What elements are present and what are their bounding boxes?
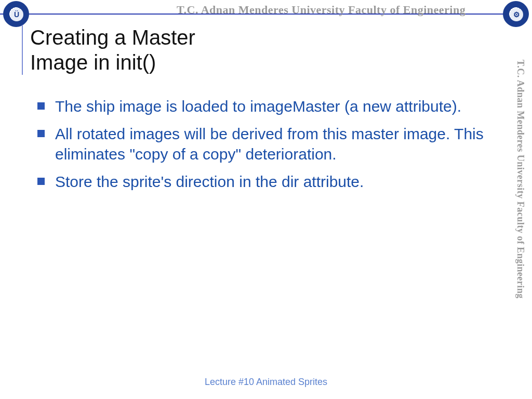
list-item: All rotated images will be derived from … [37,124,484,164]
bullet-icon [37,178,45,185]
faculty-logo-right: ⚙ [503,1,529,27]
bullet-text: Store the sprite's direction in the dir … [55,171,364,192]
list-item: The ship image is loaded to imageMaster … [37,96,484,116]
logo-glyph: ⚙ [510,8,523,21]
side-institution-text: T.C. Adnan Menderes University Faculty o… [515,60,526,351]
bullet-list: The ship image is loaded to imageMaster … [37,96,484,199]
bullet-text: All rotated images will be derived from … [55,124,484,164]
bullet-icon [37,102,45,110]
university-logo-left: Ü [3,1,29,27]
list-item: Store the sprite's direction in the dir … [37,171,484,192]
slide-title-line2: Image in init() [30,50,195,75]
footer-text: Lecture #10 Animated Sprites [0,377,532,388]
logo-glyph: Ü [10,8,23,21]
header-institution-text: T.C. Adnan Menderes University Faculty o… [177,3,499,17]
slide-title-block: Creating a Master Image in init() [22,25,195,75]
slide-title-line1: Creating a Master [30,25,195,50]
bullet-icon [37,130,45,137]
bullet-text: The ship image is loaded to imageMaster … [55,96,461,116]
